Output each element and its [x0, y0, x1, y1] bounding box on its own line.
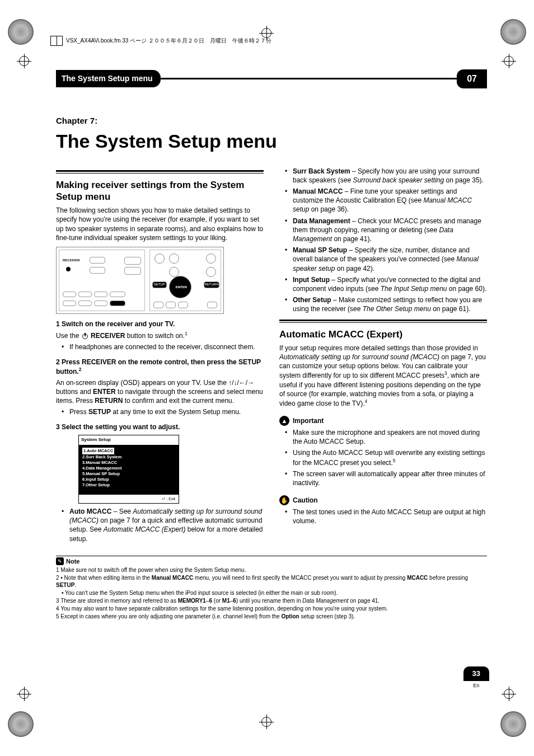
figure-remote-control: RECEIVER: [56, 247, 224, 314]
note-icon: ✎: [56, 557, 64, 565]
footnote: 1 Make sure not to switch off the power …: [56, 566, 487, 574]
crop-mark: [504, 56, 515, 67]
chapter-number-badge: 07: [457, 69, 487, 88]
text-bold: RECEIVER: [89, 332, 125, 340]
list-item: The test tones used in the Auto MCACC Se…: [287, 508, 487, 525]
osd-footer: ⏎ : Exit: [79, 494, 179, 503]
power-icon: [82, 334, 88, 339]
expert-paragraph: If your setup requires more detailed set…: [279, 344, 487, 408]
binder-ring-bottom-right: [500, 711, 526, 737]
footnote: 2 • Note that when editing items in the …: [56, 574, 487, 589]
right-column: Surr Back System – Specify how you are u…: [279, 165, 487, 546]
footnote: 4 You may also want to have separate cal…: [56, 605, 487, 612]
note-title: Note: [66, 557, 79, 566]
page-header: The System Setup menu 07: [56, 69, 487, 88]
text: button to switch on.: [125, 332, 185, 340]
remote-label-receiver: RECEIVER: [63, 258, 80, 262]
osd-item: 3.Manual MCACC: [82, 460, 175, 466]
list-item: Other Setup – Make customized settings t…: [287, 295, 487, 313]
text: Use the: [56, 332, 81, 340]
important-label: Important: [293, 416, 324, 425]
caution-heading: ✋ Caution: [279, 495, 487, 505]
list-item: Input Setup – Specify what you've connec…: [287, 275, 487, 293]
chapter-label: Chapter 7:: [56, 115, 487, 126]
crop-mark: [19, 56, 30, 67]
footnote-ref: 2: [79, 367, 82, 372]
setup-button-icon: SETUP: [152, 281, 167, 288]
osd-item: 7.Other Setup: [82, 482, 175, 488]
receiver-button-icon: [110, 300, 125, 306]
list-item: Surr Back System – Specify how you are u…: [287, 167, 487, 185]
left-column: Making receiver settings from the System…: [56, 165, 264, 546]
step-1-desc: Use the RECEIVER button to switch on.1: [56, 331, 264, 340]
step-1-title: 1 Switch on the receiver and your TV.: [56, 320, 264, 328]
footnote: • You can't use the System Setup menu wh…: [56, 589, 487, 597]
step-2-desc: An on-screen display (OSD) appears on yo…: [56, 378, 264, 406]
heading-receiver-settings: Making receiver settings from the System…: [56, 179, 264, 203]
binder-ring-top-left: [8, 19, 34, 45]
enter-button-icon: ENTER: [176, 285, 187, 289]
caution-label: Caution: [293, 496, 318, 505]
header-bookline: VSX_AX4AVi.book.fm 33 ページ ２００５年６月２０日 月曜日…: [50, 36, 484, 46]
book-icon: [50, 36, 63, 46]
heading-auto-mcacc-expert: Automatic MCACC (Expert): [279, 328, 487, 340]
crop-mark: [19, 689, 30, 700]
crop-mark: [504, 689, 515, 700]
crop-mark: [261, 717, 273, 728]
bookline-text: VSX_AX4AVi.book.fm 33 ページ ２００５年６月２０日 月曜日…: [66, 37, 271, 45]
list-item: The screen saver will automatically appe…: [287, 469, 487, 487]
arrow-icons: ↑/↓/←/→: [228, 379, 254, 387]
footnote: 3 These are stored in memory and referre…: [56, 597, 487, 604]
list-item: Auto MCACC – See Automatically setting u…: [64, 507, 264, 543]
list-item: Press SETUP at any time to exit the Syst…: [64, 407, 264, 416]
osd-item: 6.Input Setup: [82, 477, 175, 482]
page-language: En: [463, 682, 489, 689]
important-icon: ▲: [279, 416, 289, 426]
intro-paragraph: The following section shows you how to m…: [56, 206, 264, 242]
list-item: Make sure the microphone and speakers ar…: [287, 428, 487, 446]
power-button-icon: [66, 267, 71, 271]
return-button-icon: RETURN: [204, 281, 219, 288]
header-rule: [161, 78, 457, 79]
osd-item: 5.Manual SP Setup: [82, 471, 175, 477]
osd-title: System Setup: [79, 435, 179, 445]
footnotes-section: ✎ Note 1 Make sure not to switch off the…: [56, 556, 487, 620]
important-heading: ▲ Important: [279, 416, 487, 426]
caution-icon: ✋: [279, 495, 289, 505]
section-title-tab: The System Setup menu: [56, 70, 161, 87]
osd-item-selected: 1.Auto MCACC: [82, 448, 114, 454]
page-number: 33: [463, 666, 489, 681]
step-2-title: 2 Press RECEIVER on the remote control, …: [56, 358, 264, 376]
binder-ring-bottom-left: [8, 711, 34, 737]
step-3-title: 3 Select the setting you want to adjust.: [56, 422, 264, 431]
footnote-ref: 1: [185, 331, 188, 336]
binder-ring-top-right: [500, 19, 526, 45]
chapter-title: The System Setup menu: [56, 129, 487, 154]
list-item: Manual SP Setup – Specify the size, numb…: [287, 246, 487, 273]
osd-item: 2.Surr Back System: [82, 454, 175, 460]
list-item: If headphones are connected to the recei…: [64, 342, 264, 351]
footnote-ref: 5: [393, 458, 396, 463]
list-item: Using the Auto MCACC Setup will overwrit…: [287, 448, 487, 467]
figure-osd-menu: System Setup 1.Auto MCACC 2.Surr Back Sy…: [78, 435, 179, 504]
list-item: Manual MCACC – Fine tune your speaker se…: [287, 187, 487, 214]
page-number-badge: 33 En: [463, 666, 489, 689]
footnote-ref: 4: [365, 398, 368, 404]
osd-item: 4.Data Management: [82, 466, 175, 471]
footnote: 5 Except in cases where you are only adj…: [56, 613, 487, 620]
list-item: Data Management – Check your MCACC prese…: [287, 217, 487, 244]
